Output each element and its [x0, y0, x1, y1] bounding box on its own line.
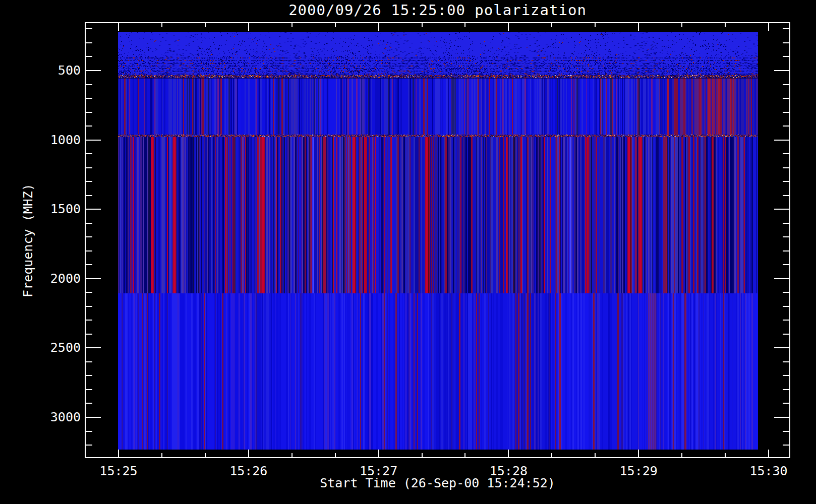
y-minor-tick: [86, 28, 92, 29]
y-minor-tick: [86, 431, 92, 432]
y-minor-tick: [783, 403, 789, 404]
axis-frame: [85, 22, 790, 458]
y-minor-tick: [783, 236, 789, 237]
y-minor-tick: [783, 84, 789, 85]
y-minor-tick: [783, 153, 789, 154]
y-minor-tick: [783, 28, 789, 29]
x-minor-tick: [725, 23, 726, 27]
y-minor-tick: [86, 195, 92, 196]
y-minor-tick: [86, 42, 92, 43]
y-major-tick: [86, 209, 101, 210]
x-major-tick: [118, 450, 119, 457]
y-major-tick: [774, 347, 789, 348]
y-minor-tick: [86, 306, 92, 307]
y-major-tick: [774, 70, 789, 71]
y-major-tick: [774, 209, 789, 210]
y-minor-tick: [86, 112, 92, 113]
y-tick-label: 1000: [20, 133, 81, 147]
y-minor-tick: [783, 306, 789, 307]
y-tick-label: 500: [20, 63, 81, 78]
y-minor-tick: [86, 361, 92, 362]
y-minor-tick: [783, 264, 789, 265]
y-minor-tick: [86, 250, 92, 251]
y-minor-tick: [86, 56, 92, 57]
x-major-tick: [508, 450, 509, 457]
x-minor-tick: [464, 23, 465, 27]
x-axis-title: Start Time (26-Sep-00 15:24:52): [85, 476, 790, 490]
x-minor-tick: [161, 453, 162, 457]
y-minor-tick: [86, 236, 92, 237]
x-minor-tick: [464, 453, 465, 457]
y-minor-tick: [783, 250, 789, 251]
y-minor-tick: [86, 375, 92, 376]
y-major-tick: [86, 140, 101, 141]
x-major-tick: [768, 23, 769, 31]
y-minor-tick: [86, 84, 92, 85]
y-minor-tick: [86, 389, 92, 390]
x-minor-tick: [422, 23, 423, 27]
y-minor-tick: [783, 223, 789, 224]
x-minor-tick: [205, 453, 206, 457]
x-major-tick: [638, 450, 639, 457]
y-minor-tick: [86, 153, 92, 154]
y-major-tick: [774, 278, 789, 279]
y-major-tick: [86, 417, 101, 418]
y-minor-tick: [783, 112, 789, 113]
y-minor-tick: [86, 403, 92, 404]
y-minor-tick: [783, 320, 789, 321]
y-major-tick: [86, 347, 101, 348]
x-minor-tick: [725, 453, 726, 457]
x-minor-tick: [681, 23, 682, 27]
x-minor-tick: [292, 23, 293, 27]
y-major-tick: [86, 278, 101, 279]
y-minor-tick: [783, 125, 789, 127]
y-minor-tick: [86, 98, 92, 99]
x-minor-tick: [595, 453, 596, 457]
y-minor-tick: [783, 445, 789, 446]
y-major-tick: [86, 70, 101, 71]
x-minor-tick: [205, 23, 206, 27]
y-minor-tick: [86, 292, 92, 293]
x-major-tick: [248, 450, 249, 457]
y-minor-tick: [86, 445, 92, 446]
x-minor-tick: [422, 453, 423, 457]
y-minor-tick: [783, 42, 789, 43]
x-minor-tick: [681, 453, 682, 457]
x-minor-tick: [292, 453, 293, 457]
y-minor-tick: [783, 389, 789, 390]
y-major-tick: [774, 140, 789, 141]
x-major-tick: [378, 450, 379, 457]
x-minor-tick: [551, 23, 552, 27]
y-major-tick: [774, 417, 789, 418]
y-minor-tick: [86, 125, 92, 127]
y-minor-tick: [783, 375, 789, 376]
x-minor-tick: [335, 453, 336, 457]
y-tick-label: 1500: [20, 202, 81, 216]
x-major-tick: [508, 23, 509, 31]
x-major-tick: [768, 450, 769, 457]
x-minor-tick: [161, 23, 162, 27]
x-minor-tick: [335, 23, 336, 27]
y-tick-label: 2500: [20, 340, 81, 355]
y-tick-label: 2000: [20, 271, 81, 286]
x-major-tick: [248, 23, 249, 31]
y-minor-tick: [86, 223, 92, 224]
x-minor-tick: [595, 23, 596, 27]
x-minor-tick: [551, 453, 552, 457]
x-major-tick: [118, 23, 119, 31]
y-minor-tick: [783, 431, 789, 432]
spectrogram-plot-window: 2000/09/26 15:25:00 polarization Frequen…: [0, 0, 816, 504]
y-minor-tick: [783, 361, 789, 362]
y-minor-tick: [86, 320, 92, 321]
x-major-tick: [638, 23, 639, 31]
y-minor-tick: [86, 334, 92, 335]
y-minor-tick: [86, 167, 92, 168]
y-minor-tick: [783, 195, 789, 196]
y-minor-tick: [783, 292, 789, 293]
y-minor-tick: [86, 264, 92, 265]
y-minor-tick: [86, 181, 92, 182]
y-tick-label: 3000: [20, 410, 81, 424]
chart-title: 2000/09/26 15:25:00 polarization: [85, 2, 790, 19]
y-minor-tick: [783, 56, 789, 57]
x-major-tick: [378, 23, 379, 31]
